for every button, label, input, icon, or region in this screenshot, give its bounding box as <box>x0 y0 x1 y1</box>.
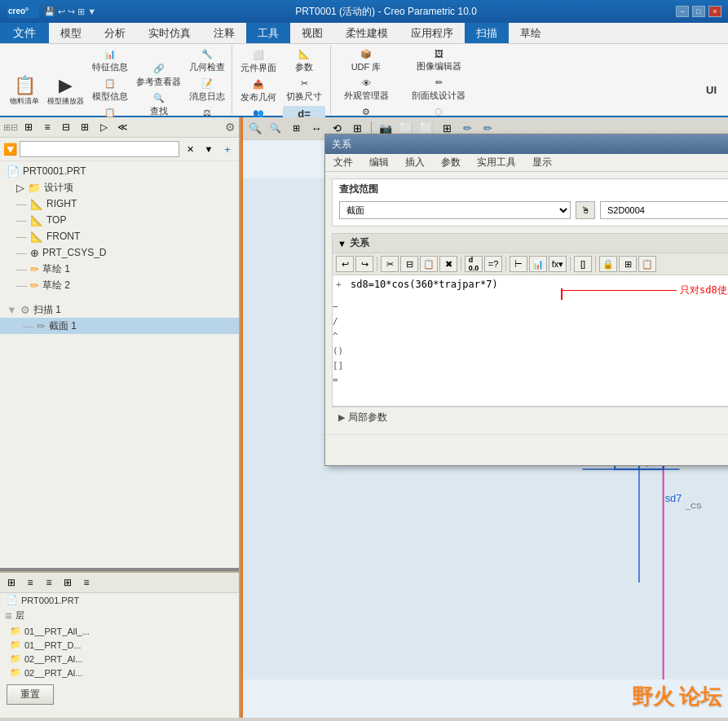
dialog-menu-edit[interactable]: 编辑 <box>361 154 397 171</box>
panel-tool-expand[interactable]: ⊞ <box>20 119 37 135</box>
dialog-menu-display[interactable]: 显示 <box>524 154 560 171</box>
rel-bracket[interactable]: [] <box>574 256 592 272</box>
menu-view[interactable]: 视图 <box>290 23 334 43</box>
window-controls[interactable]: − □ × <box>676 6 721 17</box>
rel-verify[interactable]: 📋 <box>638 256 656 272</box>
panel-tool-collapse[interactable]: ⊟ <box>58 119 74 135</box>
local-params-toggle[interactable]: ▶ <box>338 412 345 423</box>
symbol-slash[interactable]: / <box>333 314 344 329</box>
scope-select-filter[interactable]: S2D0004 <box>600 201 728 219</box>
symbol-parens[interactable]: () <box>333 344 344 358</box>
menu-simulation[interactable]: 实时仿真 <box>137 23 202 43</box>
bottom-tool-5[interactable]: ≡ <box>78 574 95 591</box>
menu-annotation[interactable]: 注释 <box>202 23 246 43</box>
dialog-title-bar[interactable]: 关系 − □ × <box>325 134 728 154</box>
tree-item-sketch1[interactable]: — ✏ 草绘 1 <box>0 261 239 277</box>
ribbon-btn-geom-check[interactable]: 🔧几何检查 <box>186 47 228 75</box>
menu-file[interactable]: 文件 <box>0 23 49 43</box>
bottom-tool-1[interactable]: ⊞ <box>3 574 20 591</box>
menu-sketch[interactable]: 草绘 <box>509 23 553 43</box>
tree-item-sketch2[interactable]: — ✏ 草绘 2 <box>0 277 239 293</box>
ribbon-btn-model-info[interactable]: 📋模型信息 <box>89 77 131 104</box>
rel-chart[interactable]: 📊 <box>529 256 547 272</box>
bottom-list-item-1[interactable]: 📁 01__PRT_D... <box>0 638 239 652</box>
rel-lock[interactable]: 🔒 <box>599 256 617 272</box>
reset-button[interactable]: 重置 <box>7 684 54 705</box>
ribbon-btn-ui[interactable]: UI <box>703 82 720 98</box>
rel-redo[interactable]: ↪ <box>355 256 373 272</box>
rel-undo[interactable]: ↩ <box>336 256 354 272</box>
menu-flexible[interactable]: 柔性建模 <box>334 23 399 43</box>
bottom-list-item-2[interactable]: 📁 02__PRT_Al... <box>0 652 239 666</box>
maximize-button[interactable]: □ <box>692 6 705 17</box>
rel-function[interactable]: fx▾ <box>549 256 567 272</box>
minimize-button[interactable]: − <box>676 6 689 17</box>
menu-model[interactable]: 模型 <box>49 23 93 43</box>
relation-dialog[interactable]: 关系 − □ × 文件 编辑 插入 参数 实用工具 显示 <box>324 134 728 466</box>
menu-tools[interactable]: 工具 <box>246 23 290 43</box>
dialog-menu-file[interactable]: 文件 <box>325 154 361 171</box>
tree-item-scan1[interactable]: ▼ ⚙ 扫描 1 <box>0 301 239 318</box>
ribbon-btn-params[interactable]: 📐参数 <box>283 47 325 75</box>
symbol-minus[interactable]: − <box>333 300 344 314</box>
symbol-caret[interactable]: ^ <box>333 329 344 344</box>
ribbon-btn-publish-geom[interactable]: 📤发布几何 <box>237 77 280 105</box>
tree-item-front[interactable]: — 📐 FRONT <box>0 228 239 244</box>
ribbon-btn-bom[interactable]: 📋 物料清单 <box>7 73 42 108</box>
rel-copy[interactable]: ⊟ <box>400 256 418 272</box>
rel-delete[interactable]: ✖ <box>439 256 457 272</box>
ribbon-btn-img-editor[interactable]: 🖼图像编辑器 <box>399 47 478 74</box>
canvas-zoom-out[interactable]: 🔍 <box>267 120 285 138</box>
scope-select-section[interactable]: 截面 <box>339 201 571 219</box>
dialog-menu-params[interactable]: 参数 <box>433 154 469 171</box>
bottom-tool-3[interactable]: ≡ <box>41 574 57 591</box>
search-input[interactable] <box>20 141 179 157</box>
canvas-fit[interactable]: ⊞ <box>287 120 305 138</box>
ribbon-btn-section-line[interactable]: ✏剖面线设计器 <box>399 76 478 103</box>
symbol-equals[interactable]: = <box>333 373 344 388</box>
ribbon-btn-switch-dim[interactable]: ✂切换尺寸 <box>283 77 325 104</box>
scope-filter-btn[interactable]: 🖱 <box>576 201 595 219</box>
panel-tool-more[interactable]: ≪ <box>114 119 130 135</box>
menu-apps[interactable]: 应用程序 <box>399 23 465 43</box>
panel-tool-filter[interactable]: ▷ <box>95 119 112 135</box>
ribbon-btn-comp-if[interactable]: ⬜元件界面 <box>237 48 280 76</box>
rel-equals[interactable]: =? <box>484 256 502 272</box>
menu-scan[interactable]: 扫描 <box>465 23 509 43</box>
tree-item-csys[interactable]: — ⊕ PRT_CSYS_D <box>0 244 239 261</box>
tree-item-right[interactable]: — 📐 RIGHT <box>0 196 239 212</box>
relation-collapse-icon[interactable]: ▼ <box>338 239 346 248</box>
panel-tool-grid[interactable]: ⊞ <box>77 119 93 135</box>
tree-item-design[interactable]: ▷ 📁 设计项 <box>0 179 239 196</box>
ribbon-btn-feat-info[interactable]: 📊特征信息 <box>89 47 131 75</box>
search-clear[interactable]: ✕ <box>182 141 198 157</box>
rel-derivative[interactable]: d0.0 <box>465 256 483 272</box>
tree-item-prt0001[interactable]: 📄 PRT0001.PRT <box>0 163 239 179</box>
close-button[interactable]: × <box>708 6 721 17</box>
ribbon-btn-appearance[interactable]: 👁外观管理器 <box>336 77 396 103</box>
bottom-list-item-0[interactable]: 📁 01__PRT_All_... <box>0 624 239 638</box>
ribbon-btn-msg-log[interactable]: 📝消息日志 <box>186 77 228 104</box>
ribbon-btn-udf[interactable]: 📦UDF 库 <box>336 47 396 75</box>
symbol-brackets[interactable]: [] <box>333 358 344 373</box>
relation-editor[interactable]: + sd8=10*cos(360*trajpar*7) 只对sd8使用余弦函数 <box>333 275 728 406</box>
panel-tool-list[interactable]: ≡ <box>39 119 55 135</box>
ribbon-btn-playback[interactable]: ▶ 模型播放器 <box>44 73 87 108</box>
ribbon-btn-find[interactable]: 🔍查找 <box>133 91 184 119</box>
bottom-list-item-3[interactable]: 📁 02__PRT_Al... <box>0 666 239 679</box>
tree-item-top[interactable]: — 📐 TOP <box>0 212 239 228</box>
ribbon-btn-ref-viewer[interactable]: 🔗参考查看器 <box>133 62 184 90</box>
rel-switch[interactable]: ⊢ <box>510 256 527 272</box>
menu-analysis[interactable]: 分析 <box>93 23 137 43</box>
canvas-select[interactable]: ↔ <box>307 120 325 138</box>
tree-item-section1[interactable]: — ✏ 截面 1 <box>0 318 239 334</box>
dialog-menu-utils[interactable]: 实用工具 <box>469 154 524 171</box>
search-add[interactable]: + <box>219 141 236 157</box>
rel-paste[interactable]: 📋 <box>420 256 438 272</box>
bottom-tool-2[interactable]: ≡ <box>22 574 38 591</box>
canvas-zoom-in[interactable]: 🔍 <box>246 120 264 138</box>
dialog-menu-insert[interactable]: 插入 <box>397 154 433 171</box>
search-options[interactable]: ▼ <box>201 141 217 157</box>
rel-cut[interactable]: ✂ <box>381 256 399 272</box>
bottom-tool-4[interactable]: ⊞ <box>60 574 76 591</box>
